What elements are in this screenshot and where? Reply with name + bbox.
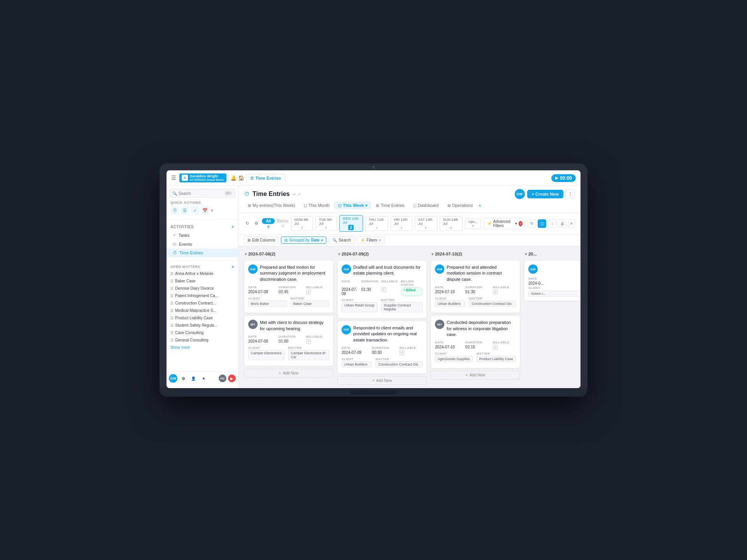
- matter-item[interactable]: ☰ General Consulting: [167, 336, 238, 344]
- col-toggle-4[interactable]: ▾: [525, 252, 527, 256]
- col-toggle-3[interactable]: ▾: [431, 252, 433, 256]
- matter-tag[interactable]: Construction Contract Dis: [375, 361, 423, 368]
- day-fri[interactable]: FRI 12th Jul 1: [391, 216, 412, 231]
- billable-checkbox[interactable]: ✓: [306, 290, 311, 294]
- day-thu[interactable]: THU 11th Jul 1: [365, 216, 388, 231]
- tab-dashboard[interactable]: ◻ Dashboard: [409, 201, 443, 209]
- add-tab-btn[interactable]: +: [478, 203, 481, 208]
- more-options-btn[interactable]: ⋮: [566, 189, 575, 199]
- billable-checkbox[interactable]: ✓: [306, 339, 311, 344]
- client-tag[interactable]: Urban Builders: [435, 301, 465, 307]
- before-filter[interactable]: Before 0: [277, 219, 288, 228]
- edit-title-icon[interactable]: ✏: [293, 192, 296, 196]
- matter-tag[interactable]: Supplier Contract Negotia: [381, 302, 423, 312]
- add-filter-icon[interactable]: +: [379, 238, 381, 242]
- matter-item[interactable]: ☰ Product Liability Case: [167, 314, 238, 322]
- sidebar-search[interactable]: 🔍 ⌘F: [170, 189, 235, 198]
- matter-tag[interactable]: Construction Contract Dis: [469, 301, 516, 307]
- show-more-btn[interactable]: Show more: [167, 344, 238, 351]
- sidebar-item-tasks[interactable]: ✓ Tasks: [167, 231, 238, 240]
- client-tag[interactable]: Green I...: [528, 290, 580, 297]
- matter-item[interactable]: ☰ Anna Arthur x Melanie: [167, 270, 238, 277]
- tab-my-entries[interactable]: ⊞ My entries(This Week): [244, 201, 299, 209]
- client-tag[interactable]: Boris Baker: [248, 301, 287, 307]
- user-avatar-bottom[interactable]: GW: [169, 374, 177, 383]
- expand-title-icon[interactable]: ⤢: [298, 192, 301, 196]
- matter-item[interactable]: ☰ Dennise Diary Divorce: [167, 285, 238, 292]
- tab-time-entries[interactable]: ⊞ Time Entries: [372, 201, 408, 209]
- matter-item[interactable]: ☰ Baker Case: [167, 277, 238, 285]
- timer-badge[interactable]: ▶ 00:00: [551, 174, 576, 182]
- col-toggle-2[interactable]: ▾: [338, 252, 340, 256]
- tab-this-month[interactable]: ◻ This Month: [300, 201, 333, 209]
- search-toolbar-btn[interactable]: 🔍 Search: [329, 236, 354, 244]
- add-new-btn-col2[interactable]: + Add New: [337, 376, 427, 385]
- activities-section: ACTIVITIES + ✓ Tasks ◷ Events ⏱: [167, 221, 238, 259]
- sidebar: 🔍 ⌘F QUICK ACTIONS ⏱ ☰ ✓ 📅 ▾: [167, 186, 238, 388]
- billable-checkbox[interactable]: ✓: [400, 350, 404, 355]
- add-new-btn-col1[interactable]: + Add New: [244, 369, 333, 378]
- d-icon[interactable]: ▶: [228, 374, 236, 382]
- matter-item[interactable]: ☰ Patent Infringement Ca...: [167, 292, 238, 299]
- print-icon-btn[interactable]: 🖨: [558, 219, 566, 228]
- filters-toolbar-btn[interactable]: ⚡ Filters +: [357, 236, 384, 244]
- matter-item[interactable]: ☰ Student Safety Regula...: [167, 322, 238, 329]
- time-entries-tab[interactable]: ⏱ Time Entries: [246, 174, 286, 182]
- tab-operations[interactable]: ⊞ Operations: [444, 201, 477, 209]
- matter-tag[interactable]: Baker Case: [291, 301, 329, 307]
- day-wed[interactable]: WED 10th Jul 2: [339, 215, 363, 232]
- refresh-btn[interactable]: ↻: [244, 219, 251, 228]
- pc-icon[interactable]: PC: [219, 374, 226, 382]
- grouped-by-btn[interactable]: ⊞ Grouped by Date ▾: [281, 236, 326, 244]
- client-tag[interactable]: AgroGoods Supplies: [435, 356, 473, 362]
- user-bottom-icon[interactable]: 👤: [189, 374, 198, 383]
- create-new-button[interactable]: + Create New: [527, 190, 563, 198]
- settings-filter-btn[interactable]: ⚙: [253, 219, 260, 228]
- col-toggle-1[interactable]: ▾: [245, 252, 247, 256]
- day-sun[interactable]: SUN 14th Jul 0: [440, 216, 463, 231]
- day-mon[interactable]: MON 8th Jul 2: [291, 216, 313, 231]
- day-upc[interactable]: Upc... 0: [465, 218, 481, 229]
- matter-tag[interactable]: Camper Electronics IP Car: [288, 350, 329, 360]
- qa-check-icon[interactable]: ✓: [191, 206, 199, 215]
- all-pill[interactable]: All: [262, 218, 275, 224]
- client-tag[interactable]: Camper Electronics: [248, 350, 284, 360]
- billable-checkbox[interactable]: ✓: [493, 290, 498, 294]
- qa-calendar-icon[interactable]: 📅: [201, 206, 209, 215]
- hamburger-icon[interactable]: ☰: [171, 175, 176, 181]
- home-icon[interactable]: 🏠: [238, 175, 244, 181]
- matter-item[interactable]: ☰ Case Consulting: [167, 329, 238, 336]
- day-sat[interactable]: SAT 13th Jul 0: [415, 216, 437, 231]
- add-new-btn-col3[interactable]: + Add New: [431, 371, 520, 380]
- billable-checkbox[interactable]: ✓: [493, 345, 498, 350]
- sidebar-item-time-entries[interactable]: ⏱ Time Entries: [167, 248, 238, 257]
- bell-icon[interactable]: 🔔: [230, 175, 237, 181]
- matter-icon-10: ☰: [170, 338, 174, 342]
- matter-item[interactable]: ☰ Medical Malpractice S...: [167, 307, 238, 314]
- client-tag[interactable]: Urban Retail Group: [342, 302, 377, 312]
- edit-columns-btn[interactable]: ⊞ Edit Columns: [244, 236, 279, 244]
- add-matter-btn[interactable]: +: [231, 264, 234, 269]
- sidebar-bottom: GW ⚙ 👤 ☀ PC ▶: [167, 371, 238, 385]
- day-tue[interactable]: TUE 9th Jul 2: [316, 216, 337, 231]
- matter-tag[interactable]: Product Liability Case: [477, 356, 516, 362]
- qa-timer-icon[interactable]: ⏱: [170, 206, 179, 215]
- qa-list-icon[interactable]: ☰: [181, 206, 189, 215]
- sidebar-item-events[interactable]: ◷ Events: [167, 240, 238, 248]
- client-tag[interactable]: Urban Builders: [342, 361, 372, 368]
- tab-this-week[interactable]: ◻ This Week ▾: [334, 201, 371, 209]
- theme-bottom-icon[interactable]: ☀: [199, 374, 208, 383]
- all-filter[interactable]: All 8: [262, 218, 275, 229]
- sidebar-search-input[interactable]: [179, 191, 223, 196]
- view-icon-btn[interactable]: ◫: [538, 219, 546, 228]
- qa-more-icon[interactable]: ▾: [211, 208, 213, 213]
- settings-bottom-icon[interactable]: ⚙: [179, 374, 188, 383]
- add-activity-btn[interactable]: +: [231, 224, 234, 229]
- matter-item[interactable]: ☰ Construction Contract...: [167, 299, 238, 307]
- download-icon-btn[interactable]: ↓: [548, 219, 556, 228]
- tab-dropdown-icon[interactable]: ▾: [365, 203, 367, 208]
- refresh-icon-btn[interactable]: ↻: [528, 219, 536, 228]
- billable-checkbox[interactable]: ✓: [382, 287, 386, 292]
- lines-icon-btn[interactable]: ≡: [568, 219, 575, 228]
- advanced-filters-btn[interactable]: ⚡ Advanced Filters ▾ 1: [484, 218, 526, 229]
